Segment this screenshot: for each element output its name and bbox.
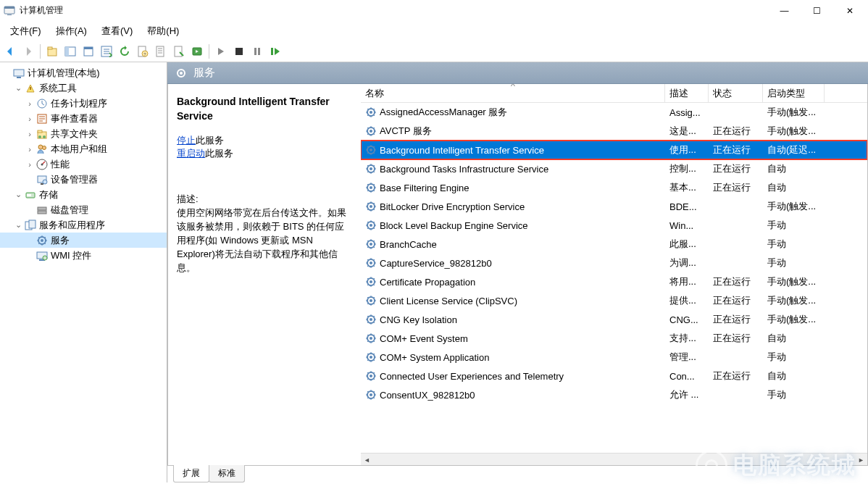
- navigation-tree[interactable]: 计算机管理(本地) ⌄系统工具 ›任务计划程序 ›事件查看器 ›共享文件夹 ›本…: [0, 62, 167, 482]
- service-row[interactable]: Base Filtering Engine基本...正在运行自动: [361, 178, 867, 197]
- service-startup: 自动: [763, 332, 825, 345]
- service-row[interactable]: ConsentUX_982812b0允许 ...手动: [361, 385, 867, 404]
- stop-service-link[interactable]: 停止: [177, 135, 196, 146]
- service-row[interactable]: BitLocker Drive Encryption ServiceBDE...…: [361, 197, 867, 216]
- toolbar-btn-1[interactable]: [152, 43, 170, 60]
- service-row[interactable]: Block Level Backup Engine ServiceWin...手…: [361, 216, 867, 235]
- service-details: Background Intelligent Transfer Service …: [168, 84, 361, 465]
- expand-icon[interactable]: ›: [25, 144, 35, 154]
- svg-point-62: [370, 224, 372, 227]
- expand-icon[interactable]: ›: [25, 99, 35, 109]
- service-row[interactable]: AVCTP 服务这是...正在运行手动(触发...: [361, 122, 867, 141]
- tree-services-apps[interactable]: ⌄服务和应用程序: [0, 217, 167, 233]
- svg-rect-20: [14, 70, 24, 76]
- pause-service-button[interactable]: [249, 43, 266, 60]
- minimize-button[interactable]: —: [768, 0, 801, 22]
- menu-help[interactable]: 帮助(H): [140, 22, 186, 41]
- svg-point-52: [370, 130, 372, 133]
- refresh-button[interactable]: [116, 43, 133, 60]
- column-startup[interactable]: 启动类型: [763, 84, 825, 102]
- tree-wmi[interactable]: WMI 控件: [0, 248, 167, 263]
- service-name: Base Filtering Engine: [380, 183, 470, 193]
- list-header: 名称 描述 状态 启动类型: [361, 84, 867, 103]
- svg-point-78: [370, 375, 372, 377]
- service-name: CaptureService_982812b0: [380, 258, 492, 269]
- menu-file[interactable]: 文件(F): [3, 22, 49, 41]
- menu-action[interactable]: 操作(A): [49, 22, 94, 41]
- service-row[interactable]: CNG Key IsolationCNG...正在运行手动(触发...: [361, 310, 867, 329]
- column-description[interactable]: 描述: [665, 84, 709, 102]
- restart-service-link[interactable]: 重启动: [177, 148, 205, 159]
- scroll-right-icon[interactable]: ►: [855, 454, 867, 465]
- up-button[interactable]: [43, 43, 61, 60]
- forward-button[interactable]: [20, 43, 37, 60]
- service-row[interactable]: Background Intelligent Transfer Service使…: [361, 141, 867, 159]
- column-status[interactable]: 状态: [709, 84, 763, 102]
- close-button[interactable]: ✕: [833, 0, 866, 22]
- expand-icon[interactable]: ›: [25, 159, 35, 170]
- service-row[interactable]: CaptureService_982812b0为调...手动: [361, 254, 867, 272]
- horizontal-scrollbar[interactable]: ◄ ►: [361, 453, 867, 465]
- scroll-left-icon[interactable]: ◄: [361, 454, 373, 466]
- svg-rect-8: [84, 47, 93, 49]
- service-row[interactable]: Client License Service (ClipSVC)提供...正在运…: [361, 291, 867, 310]
- service-row[interactable]: Background Tasks Infrastructure Service控…: [361, 159, 867, 178]
- export-button[interactable]: [98, 43, 115, 60]
- tree-system-tools[interactable]: ⌄系统工具: [0, 80, 167, 96]
- service-row[interactable]: Certificate Propagation将用...正在运行手动(触发...: [361, 272, 867, 291]
- start-service-button[interactable]: [212, 43, 230, 60]
- toolbar-btn-2[interactable]: [170, 43, 188, 60]
- back-button[interactable]: [1, 43, 19, 60]
- service-list[interactable]: 名称 描述 状态 启动类型 AssignedAccessManager 服务As…: [361, 84, 867, 465]
- tree-disk-management[interactable]: 磁盘管理: [0, 202, 167, 217]
- svg-point-64: [370, 243, 372, 246]
- svg-rect-1: [4, 7, 14, 9]
- service-row[interactable]: COM+ System Application管理...手动: [361, 348, 867, 367]
- show-hide-button[interactable]: [62, 43, 79, 60]
- toolbar-btn-3[interactable]: [188, 43, 206, 60]
- tree-root[interactable]: 计算机管理(本地): [0, 65, 167, 80]
- restart-service-button[interactable]: [267, 43, 284, 60]
- svg-rect-14: [175, 46, 182, 57]
- tree-local-users[interactable]: ›本地用户和组: [0, 141, 167, 156]
- collapse-icon[interactable]: ⌄: [13, 83, 23, 93]
- tab-standard[interactable]: 标准: [209, 465, 245, 482]
- service-name: BranchCache: [380, 239, 437, 250]
- service-desc: Assig...: [665, 107, 709, 118]
- svg-rect-4: [48, 47, 52, 49]
- help-button[interactable]: ?: [134, 43, 151, 60]
- service-status: 正在运行: [709, 313, 763, 326]
- tab-extended[interactable]: 扩展: [173, 465, 209, 482]
- svg-point-60: [370, 205, 372, 208]
- service-row[interactable]: AssignedAccessManager 服务Assig...手动(触发...: [361, 103, 867, 122]
- expand-icon[interactable]: ›: [25, 114, 35, 124]
- service-name: Certificate Propagation: [380, 277, 475, 288]
- expand-icon[interactable]: ›: [25, 129, 35, 139]
- svg-rect-26: [38, 130, 42, 133]
- svg-point-29: [38, 145, 43, 149]
- maximize-button[interactable]: ☐: [801, 0, 833, 22]
- tree-task-scheduler[interactable]: ›任务计划程序: [0, 96, 167, 111]
- service-desc: 使用...: [665, 143, 709, 156]
- column-name[interactable]: 名称: [361, 84, 665, 102]
- tree-services[interactable]: 服务: [0, 233, 167, 248]
- svg-rect-17: [254, 48, 256, 55]
- collapse-icon[interactable]: ⌄: [13, 190, 23, 200]
- service-name: Client License Service (ClipSVC): [380, 296, 517, 306]
- service-name: COM+ System Application: [380, 352, 489, 363]
- svg-point-72: [370, 318, 372, 321]
- properties-button[interactable]: [80, 43, 97, 60]
- gear-icon: [175, 67, 188, 80]
- service-row[interactable]: BranchCache此服...手动: [361, 235, 867, 254]
- tree-performance[interactable]: ›性能: [0, 156, 167, 172]
- tree-event-viewer[interactable]: ›事件查看器: [0, 111, 167, 126]
- collapse-icon[interactable]: ⌄: [13, 220, 23, 230]
- stop-service-button[interactable]: [230, 43, 248, 60]
- tree-shared-folders[interactable]: ›共享文件夹: [0, 126, 167, 141]
- service-row[interactable]: Connected User Experiences and Telemetry…: [361, 367, 867, 385]
- menu-view[interactable]: 查看(V): [94, 22, 140, 41]
- tree-storage[interactable]: ⌄存储: [0, 187, 167, 202]
- service-name: ConsentUX_982812b0: [380, 390, 475, 401]
- service-row[interactable]: COM+ Event System支持...正在运行自动: [361, 329, 867, 348]
- tree-device-manager[interactable]: 设备管理器: [0, 172, 167, 187]
